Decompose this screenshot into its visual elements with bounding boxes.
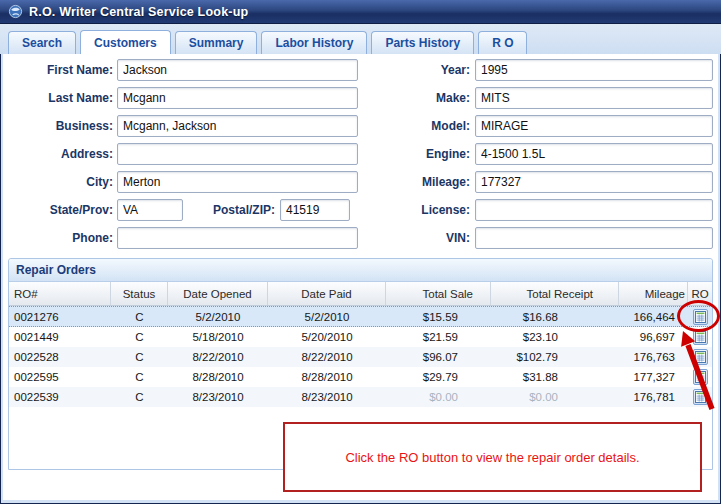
- cell-total-sale: $21.59: [386, 327, 491, 347]
- column-header-status[interactable]: Status: [111, 282, 168, 305]
- tab-summary[interactable]: Summary: [175, 31, 258, 54]
- column-header-ro-number[interactable]: RO#: [9, 282, 111, 305]
- cell-mileage: 176,781: [619, 387, 688, 407]
- cell-date-opened: 5/18/2010: [168, 327, 268, 347]
- window-title: R.O. Writer Central Service Look-up: [29, 5, 248, 19]
- cell-total-receipt: $102.79: [491, 347, 619, 367]
- business-input[interactable]: [117, 115, 358, 137]
- cell-date-paid: 8/28/2010: [268, 367, 386, 387]
- cell-status: C: [111, 367, 168, 387]
- cell-mileage: 176,763: [619, 347, 688, 367]
- cell-total-receipt: $0.00: [491, 387, 619, 407]
- mileage-input[interactable]: [475, 171, 713, 193]
- postal-input[interactable]: [280, 199, 350, 221]
- cell-ro-button: [688, 367, 712, 387]
- model-label: Model:: [380, 115, 470, 137]
- last-name-input[interactable]: [117, 87, 358, 109]
- service-lookup-window: R.O. Writer Central Service Look-up Sear…: [0, 0, 721, 504]
- column-header-mileage[interactable]: Mileage: [619, 282, 688, 305]
- ro-details-button[interactable]: [693, 349, 708, 365]
- year-input[interactable]: [475, 59, 713, 81]
- tab-customers[interactable]: Customers: [80, 30, 171, 54]
- engine-label: Engine:: [380, 143, 470, 165]
- license-label: License:: [380, 199, 470, 221]
- year-label: Year:: [380, 59, 470, 81]
- state-label: State/Prov:: [8, 199, 113, 221]
- annotation-box: Click the RO button to view the repair o…: [283, 422, 702, 492]
- make-label: Make:: [380, 87, 470, 109]
- cell-ro-number: 0021276: [9, 307, 111, 326]
- engine-input[interactable]: [475, 143, 713, 165]
- repair-orders-header: Repair Orders: [9, 259, 712, 282]
- last-name-label: Last Name:: [8, 87, 113, 109]
- cell-ro-number: 0022528: [9, 347, 111, 367]
- annotation-text: Click the RO button to view the repair o…: [345, 450, 639, 465]
- table-row[interactable]: 0022528C8/22/20108/22/2010$96.07$102.791…: [9, 347, 712, 367]
- license-input[interactable]: [475, 199, 713, 221]
- ro-details-button[interactable]: [693, 389, 708, 405]
- tab-ro[interactable]: R O: [478, 31, 527, 54]
- cell-ro-number: 0022595: [9, 367, 111, 387]
- cell-date-paid: 8/23/2010: [268, 387, 386, 407]
- tab-search[interactable]: Search: [8, 31, 76, 54]
- cell-total-sale: $15.59: [386, 307, 491, 326]
- city-input[interactable]: [117, 171, 358, 193]
- app-globe-icon: [8, 4, 23, 19]
- city-label: City:: [8, 171, 113, 193]
- cell-ro-number: 0022539: [9, 387, 111, 407]
- cell-total-receipt: $16.68: [491, 307, 619, 326]
- business-label: Business:: [8, 115, 113, 137]
- first-name-input[interactable]: [117, 59, 358, 81]
- model-input[interactable]: [475, 115, 713, 137]
- cell-status: C: [111, 387, 168, 407]
- address-label: Address:: [8, 143, 113, 165]
- highlight-circle: [677, 300, 720, 332]
- repair-orders-column-headers: RO# Status Date Opened Date Paid Total S…: [9, 282, 712, 306]
- address-input[interactable]: [117, 143, 358, 165]
- vin-label: VIN:: [380, 227, 470, 249]
- cell-date-opened: 5/2/2010: [168, 307, 268, 326]
- cell-date-paid: 5/2/2010: [268, 307, 386, 326]
- cell-date-opened: 8/28/2010: [168, 367, 268, 387]
- column-header-date-paid[interactable]: Date Paid: [268, 282, 386, 305]
- cell-total-receipt: $23.10: [491, 327, 619, 347]
- tab-parts-history[interactable]: Parts History: [371, 31, 474, 54]
- postal-label: Postal/ZIP:: [185, 199, 275, 221]
- cell-total-sale: $0.00: [386, 387, 491, 407]
- cell-status: C: [111, 327, 168, 347]
- cell-total-sale: $96.07: [386, 347, 491, 367]
- ro-details-button[interactable]: [693, 369, 708, 385]
- table-row[interactable]: 0022539C8/23/20108/23/2010$0.00$0.00176,…: [9, 387, 712, 407]
- cell-ro-number: 0021449: [9, 327, 111, 347]
- phone-input[interactable]: [117, 227, 358, 249]
- make-input[interactable]: [475, 87, 713, 109]
- tab-labor-history[interactable]: Labor History: [261, 31, 367, 54]
- state-input[interactable]: [117, 199, 183, 221]
- cell-status: C: [111, 307, 168, 326]
- table-row[interactable]: 0021449C5/18/20105/20/2010$21.59$23.1096…: [9, 327, 712, 347]
- column-header-date-opened[interactable]: Date Opened: [168, 282, 268, 305]
- mileage-label: Mileage:: [380, 171, 470, 193]
- cell-date-opened: 8/23/2010: [168, 387, 268, 407]
- cell-total-receipt: $31.88: [491, 367, 619, 387]
- title-bar[interactable]: R.O. Writer Central Service Look-up: [0, 0, 721, 24]
- cell-ro-button: [688, 387, 712, 407]
- cell-date-paid: 8/22/2010: [268, 347, 386, 367]
- tab-strip: Search Customers Summary Labor History P…: [0, 24, 721, 54]
- cell-ro-button: [688, 347, 712, 367]
- cell-date-opened: 8/22/2010: [168, 347, 268, 367]
- cell-mileage: 177,327: [619, 367, 688, 387]
- first-name-label: First Name:: [8, 59, 113, 81]
- table-row[interactable]: 0022595C8/28/20108/28/2010$29.79$31.8817…: [9, 367, 712, 387]
- repair-orders-title: Repair Orders: [16, 263, 96, 277]
- repair-orders-rows: 0021276C5/2/20105/2/2010$15.59$16.68166,…: [9, 306, 712, 407]
- table-row[interactable]: 0021276C5/2/20105/2/2010$15.59$16.68166,…: [9, 306, 712, 327]
- column-header-total-sale[interactable]: Total Sale: [386, 282, 491, 305]
- cell-date-paid: 5/20/2010: [268, 327, 386, 347]
- cell-total-sale: $29.79: [386, 367, 491, 387]
- phone-label: Phone:: [8, 227, 113, 249]
- column-header-total-receipt[interactable]: Total Receipt: [491, 282, 619, 305]
- vin-input[interactable]: [475, 227, 713, 249]
- cell-mileage: 96,697: [619, 327, 688, 347]
- cell-status: C: [111, 347, 168, 367]
